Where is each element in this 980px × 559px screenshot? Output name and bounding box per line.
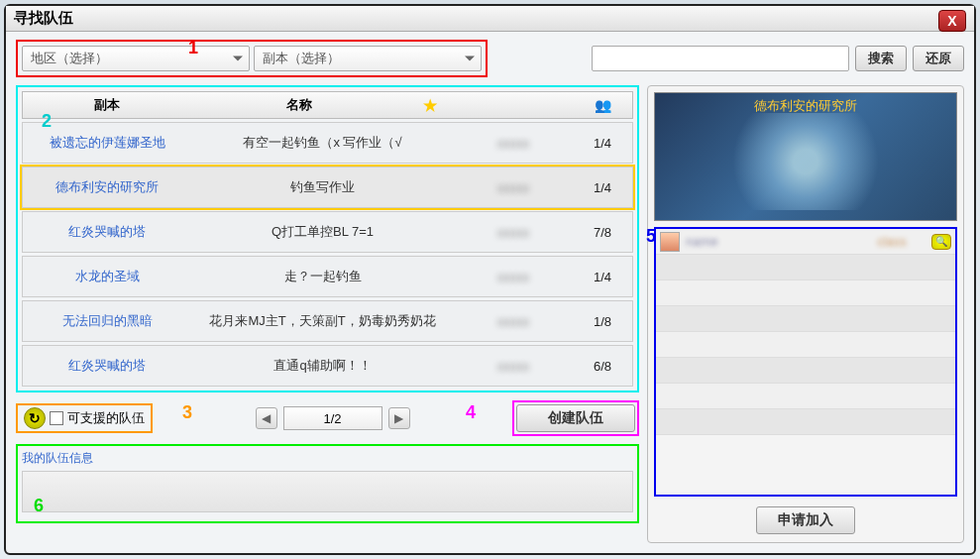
search-input[interactable] [592, 46, 849, 71]
party-count: 1/4 [573, 180, 632, 195]
member-row-empty [656, 306, 955, 332]
support-label: 可支援的队伍 [67, 409, 145, 427]
party-list: 副本 名称 ★ 👥 被遗忘的伊莲娜圣地有空一起钓鱼（x 写作业（√xxxxx1/… [16, 85, 639, 392]
party-dungeon: 红炎哭喊的塔 [23, 357, 191, 375]
member-row-empty [656, 255, 955, 280]
my-party-label: 我的队伍信息 [22, 450, 633, 467]
magnifier-icon[interactable]: 🔍 [931, 234, 951, 250]
member-row-empty [656, 280, 955, 306]
party-leader-blurred: xxxxx [454, 136, 573, 151]
create-party-button[interactable]: 创建队伍 [516, 404, 635, 432]
pager-center: ◀ 1/2 ▶ [161, 406, 504, 430]
party-row[interactable]: 水龙的圣域走？一起钓鱼xxxxx1/4 [22, 256, 633, 297]
annotation-number-1: 1 [188, 38, 198, 58]
preview-title: 德布利安的研究所 [754, 97, 857, 220]
annotation-box-6: 我的队伍信息 [16, 444, 639, 523]
member-row[interactable]: name class 🔍 [656, 229, 955, 255]
party-count: 1/4 [573, 270, 632, 284]
member-name: name [686, 234, 852, 249]
party-row[interactable]: 德布利安的研究所钓鱼写作业xxxxx1/4 [22, 167, 633, 208]
dungeon-select-placeholder: 副本（选择） [263, 50, 340, 67]
annotation-box-5: name class 🔍 [654, 227, 957, 497]
party-leader-blurred: xxxxx [454, 225, 573, 240]
annotation-number-3: 3 [182, 402, 192, 423]
member-row-empty [656, 358, 955, 384]
my-party-body [22, 471, 633, 512]
party-name: 花月来MJ主T，天策副T，奶毒奶秀奶花 [191, 312, 454, 330]
member-row-empty [656, 409, 955, 435]
support-icon: ↻ [24, 407, 46, 429]
party-dungeon: 水龙的圣域 [23, 268, 191, 285]
dungeon-preview: 德布利安的研究所 [654, 92, 957, 221]
party-row[interactable]: 被遗忘的伊莲娜圣地有空一起钓鱼（x 写作业（√xxxxx1/4 [22, 122, 633, 164]
party-leader-blurred: xxxxx [454, 270, 573, 284]
annotation-number-5: 5 [646, 226, 656, 247]
region-select[interactable]: 地区（选择） [22, 46, 250, 71]
filter-row: 地区（选择） 副本（选择） 搜索 还原 [6, 32, 974, 85]
header-star-icon: ★ [406, 96, 454, 115]
party-dungeon: 被遗忘的伊莲娜圣地 [23, 134, 191, 152]
member-class: class [852, 234, 931, 249]
header-name: 名称 [191, 96, 406, 114]
reset-button[interactable]: 还原 [913, 46, 964, 71]
pager-row: ↻ 可支援的队伍 ◀ 1/2 ▶ 创建队伍 [16, 398, 639, 438]
search-button[interactable]: 搜索 [855, 46, 907, 71]
party-dungeon: 无法回归的黑暗 [23, 312, 191, 330]
window-title: 寻找队伍 [14, 9, 73, 28]
party-dungeon: 德布利安的研究所 [23, 178, 191, 196]
apply-row: 申请加入 [654, 503, 957, 536]
party-name: 直通q辅助啊！！ [191, 357, 454, 375]
apply-join-button[interactable]: 申请加入 [756, 506, 855, 534]
header-people-icon: 👥 [573, 97, 632, 113]
left-panel: 副本 名称 ★ 👥 被遗忘的伊莲娜圣地有空一起钓鱼（x 写作业（√xxxxx1/… [16, 85, 639, 543]
annotation-number-4: 4 [466, 402, 476, 423]
party-count: 1/4 [573, 136, 632, 151]
party-count: 7/8 [573, 225, 632, 240]
party-leader-blurred: xxxxx [454, 359, 573, 374]
party-row[interactable]: 无法回归的黑暗花月来MJ主T，天策副T，奶毒奶秀奶花xxxxx1/8 [22, 300, 633, 342]
party-dungeon: 红炎哭喊的塔 [23, 223, 191, 241]
list-header: 副本 名称 ★ 👥 [22, 91, 633, 119]
annotation-box-1: 地区（选择） 副本（选择） [16, 40, 488, 77]
page-prev-button[interactable]: ◀ [256, 407, 277, 429]
support-checkbox[interactable] [50, 411, 63, 425]
annotation-number-6: 6 [34, 496, 44, 516]
region-select-placeholder: 地区（选择） [31, 50, 108, 67]
annotation-box-3: ↻ 可支援的队伍 [16, 403, 153, 433]
party-row[interactable]: 红炎哭喊的塔直通q辅助啊！！xxxxx6/8 [22, 345, 633, 387]
main-area: 副本 名称 ★ 👥 被遗忘的伊莲娜圣地有空一起钓鱼（x 写作业（√xxxxx1/… [6, 85, 974, 553]
right-panel: 德布利安的研究所 name class 🔍 申请加入 [647, 85, 964, 543]
annotation-number-2: 2 [42, 111, 52, 132]
party-name: 钓鱼写作业 [191, 178, 454, 196]
page-display: 1/2 [283, 406, 382, 430]
party-count: 6/8 [573, 359, 632, 374]
close-button[interactable]: X [938, 10, 966, 32]
member-row-empty [656, 332, 955, 358]
annotation-box-4: 创建队伍 [512, 400, 639, 436]
party-row[interactable]: 红炎哭喊的塔Q打工单控BL 7=1xxxxx7/8 [22, 211, 633, 253]
party-leader-blurred: xxxxx [454, 180, 573, 195]
party-leader-blurred: xxxxx [454, 314, 573, 329]
page-next-button[interactable]: ▶ [388, 407, 410, 429]
dungeon-select[interactable]: 副本（选择） [254, 46, 482, 71]
member-row-empty [656, 384, 955, 409]
title-bar: 寻找队伍 [6, 6, 974, 32]
avatar-icon [660, 232, 680, 252]
party-name: 走？一起钓鱼 [191, 268, 454, 285]
find-party-window: 寻找队伍 X 地区（选择） 副本（选择） 搜索 还原 副本 名称 ★ 👥 [4, 4, 976, 555]
party-count: 1/8 [573, 314, 632, 329]
party-name: Q打工单控BL 7=1 [191, 223, 454, 241]
party-name: 有空一起钓鱼（x 写作业（√ [191, 134, 454, 152]
